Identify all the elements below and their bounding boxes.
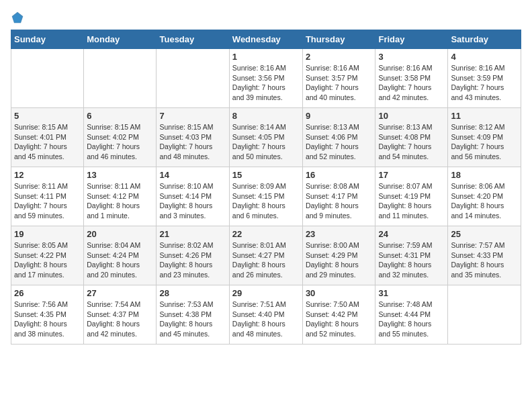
day-number: 22 bbox=[232, 229, 300, 239]
calendar-cell: 30Sunrise: 7:50 AM Sunset: 4:42 PM Dayli… bbox=[302, 285, 375, 345]
day-number: 16 bbox=[306, 170, 373, 180]
logo-icon bbox=[11, 11, 24, 24]
week-row-1: 1Sunrise: 8:16 AM Sunset: 3:56 PM Daylig… bbox=[11, 49, 521, 108]
day-info: Sunrise: 8:16 AM Sunset: 3:56 PM Dayligh… bbox=[232, 63, 300, 103]
week-row-4: 19Sunrise: 8:05 AM Sunset: 4:22 PM Dayli… bbox=[11, 226, 521, 285]
day-info: Sunrise: 8:15 AM Sunset: 4:02 PM Dayligh… bbox=[87, 122, 153, 162]
day-info: Sunrise: 7:56 AM Sunset: 4:35 PM Dayligh… bbox=[14, 300, 81, 339]
calendar-cell: 8Sunrise: 8:14 AM Sunset: 4:05 PM Daylig… bbox=[229, 108, 302, 167]
weekday-header-wednesday: Wednesday bbox=[229, 30, 302, 49]
day-number: 1 bbox=[232, 52, 300, 62]
day-number: 12 bbox=[14, 170, 81, 180]
day-info: Sunrise: 8:00 AM Sunset: 4:29 PM Dayligh… bbox=[306, 240, 373, 280]
day-info: Sunrise: 8:11 AM Sunset: 4:11 PM Dayligh… bbox=[14, 181, 81, 221]
day-number: 14 bbox=[159, 170, 226, 180]
weekday-header-saturday: Saturday bbox=[448, 30, 521, 49]
day-number: 17 bbox=[378, 170, 445, 180]
calendar-cell: 13Sunrise: 8:11 AM Sunset: 4:12 PM Dayli… bbox=[84, 167, 157, 226]
day-number: 4 bbox=[451, 52, 518, 62]
weekday-header-row: SundayMondayTuesdayWednesdayThursdayFrid… bbox=[11, 30, 521, 49]
calendar-cell: 12Sunrise: 8:11 AM Sunset: 4:11 PM Dayli… bbox=[11, 167, 84, 226]
day-info: Sunrise: 8:13 AM Sunset: 4:08 PM Dayligh… bbox=[378, 122, 445, 162]
calendar-cell: 1Sunrise: 8:16 AM Sunset: 3:56 PM Daylig… bbox=[229, 49, 302, 108]
day-number: 28 bbox=[159, 288, 226, 298]
day-number: 2 bbox=[306, 52, 373, 62]
day-number: 8 bbox=[232, 111, 300, 121]
day-info: Sunrise: 8:13 AM Sunset: 4:06 PM Dayligh… bbox=[306, 122, 373, 162]
calendar-cell: 2Sunrise: 8:16 AM Sunset: 3:57 PM Daylig… bbox=[302, 49, 375, 108]
day-number: 24 bbox=[378, 229, 445, 239]
day-info: Sunrise: 8:16 AM Sunset: 3:57 PM Dayligh… bbox=[306, 63, 373, 103]
calendar-cell bbox=[11, 49, 84, 108]
day-number: 6 bbox=[87, 111, 153, 121]
weekday-header-tuesday: Tuesday bbox=[157, 30, 229, 49]
day-number: 11 bbox=[451, 111, 518, 121]
day-number: 31 bbox=[378, 288, 445, 298]
day-info: Sunrise: 7:54 AM Sunset: 4:37 PM Dayligh… bbox=[87, 300, 153, 339]
day-number: 19 bbox=[14, 229, 81, 239]
day-info: Sunrise: 8:15 AM Sunset: 4:03 PM Dayligh… bbox=[159, 122, 226, 162]
day-info: Sunrise: 8:04 AM Sunset: 4:24 PM Dayligh… bbox=[87, 240, 153, 280]
day-info: Sunrise: 8:01 AM Sunset: 4:27 PM Dayligh… bbox=[232, 240, 300, 280]
day-number: 9 bbox=[306, 111, 373, 121]
day-info: Sunrise: 8:12 AM Sunset: 4:09 PM Dayligh… bbox=[451, 122, 518, 162]
day-info: Sunrise: 7:51 AM Sunset: 4:40 PM Dayligh… bbox=[232, 300, 300, 339]
calendar-cell: 16Sunrise: 8:08 AM Sunset: 4:17 PM Dayli… bbox=[302, 167, 375, 226]
calendar-cell: 25Sunrise: 7:57 AM Sunset: 4:33 PM Dayli… bbox=[448, 226, 521, 285]
calendar-cell: 22Sunrise: 8:01 AM Sunset: 4:27 PM Dayli… bbox=[229, 226, 302, 285]
calendar-cell: 7Sunrise: 8:15 AM Sunset: 4:03 PM Daylig… bbox=[157, 108, 229, 167]
day-number: 26 bbox=[14, 288, 81, 298]
week-row-5: 26Sunrise: 7:56 AM Sunset: 4:35 PM Dayli… bbox=[11, 285, 521, 345]
calendar-cell: 9Sunrise: 8:13 AM Sunset: 4:06 PM Daylig… bbox=[302, 108, 375, 167]
calendar-cell: 19Sunrise: 8:05 AM Sunset: 4:22 PM Dayli… bbox=[11, 226, 84, 285]
day-number: 20 bbox=[87, 229, 153, 239]
calendar-cell: 20Sunrise: 8:04 AM Sunset: 4:24 PM Dayli… bbox=[84, 226, 157, 285]
calendar-cell: 18Sunrise: 8:06 AM Sunset: 4:20 PM Dayli… bbox=[448, 167, 521, 226]
day-number: 30 bbox=[306, 288, 373, 298]
day-number: 25 bbox=[451, 229, 518, 239]
calendar-cell: 15Sunrise: 8:09 AM Sunset: 4:15 PM Dayli… bbox=[229, 167, 302, 226]
calendar-cell: 10Sunrise: 8:13 AM Sunset: 4:08 PM Dayli… bbox=[375, 108, 448, 167]
weekday-header-friday: Friday bbox=[375, 30, 448, 49]
day-info: Sunrise: 8:10 AM Sunset: 4:14 PM Dayligh… bbox=[159, 181, 226, 221]
calendar-cell: 29Sunrise: 7:51 AM Sunset: 4:40 PM Dayli… bbox=[229, 285, 302, 345]
calendar-cell: 14Sunrise: 8:10 AM Sunset: 4:14 PM Dayli… bbox=[157, 167, 229, 226]
day-info: Sunrise: 7:57 AM Sunset: 4:33 PM Dayligh… bbox=[451, 240, 518, 280]
calendar-cell: 31Sunrise: 7:48 AM Sunset: 4:44 PM Dayli… bbox=[375, 285, 448, 345]
page-header bbox=[11, 11, 521, 24]
day-info: Sunrise: 8:16 AM Sunset: 3:59 PM Dayligh… bbox=[451, 63, 518, 103]
day-number: 10 bbox=[378, 111, 445, 121]
calendar-cell: 23Sunrise: 8:00 AM Sunset: 4:29 PM Dayli… bbox=[302, 226, 375, 285]
logo bbox=[11, 11, 27, 24]
calendar-cell: 17Sunrise: 8:07 AM Sunset: 4:19 PM Dayli… bbox=[375, 167, 448, 226]
day-info: Sunrise: 7:53 AM Sunset: 4:38 PM Dayligh… bbox=[159, 300, 226, 339]
day-number: 18 bbox=[451, 170, 518, 180]
day-info: Sunrise: 8:09 AM Sunset: 4:15 PM Dayligh… bbox=[232, 181, 300, 221]
day-info: Sunrise: 8:11 AM Sunset: 4:12 PM Dayligh… bbox=[87, 181, 153, 221]
calendar-cell: 24Sunrise: 7:59 AM Sunset: 4:31 PM Dayli… bbox=[375, 226, 448, 285]
calendar-cell bbox=[84, 49, 157, 108]
calendar-cell: 6Sunrise: 8:15 AM Sunset: 4:02 PM Daylig… bbox=[84, 108, 157, 167]
calendar-cell: 28Sunrise: 7:53 AM Sunset: 4:38 PM Dayli… bbox=[157, 285, 229, 345]
day-info: Sunrise: 8:16 AM Sunset: 3:58 PM Dayligh… bbox=[378, 63, 445, 103]
weekday-header-sunday: Sunday bbox=[11, 30, 84, 49]
day-info: Sunrise: 8:08 AM Sunset: 4:17 PM Dayligh… bbox=[306, 181, 373, 221]
day-number: 5 bbox=[14, 111, 81, 121]
calendar-cell bbox=[448, 285, 521, 345]
calendar-table: SundayMondayTuesdayWednesdayThursdayFrid… bbox=[11, 30, 521, 345]
day-info: Sunrise: 8:05 AM Sunset: 4:22 PM Dayligh… bbox=[14, 240, 81, 280]
day-number: 7 bbox=[159, 111, 226, 121]
day-number: 3 bbox=[378, 52, 445, 62]
calendar-cell: 11Sunrise: 8:12 AM Sunset: 4:09 PM Dayli… bbox=[448, 108, 521, 167]
day-number: 23 bbox=[306, 229, 373, 239]
day-number: 29 bbox=[232, 288, 300, 298]
day-info: Sunrise: 7:59 AM Sunset: 4:31 PM Dayligh… bbox=[378, 240, 445, 280]
calendar-cell: 5Sunrise: 8:15 AM Sunset: 4:01 PM Daylig… bbox=[11, 108, 84, 167]
day-info: Sunrise: 8:15 AM Sunset: 4:01 PM Dayligh… bbox=[14, 122, 81, 162]
day-info: Sunrise: 8:06 AM Sunset: 4:20 PM Dayligh… bbox=[451, 181, 518, 221]
calendar-cell bbox=[157, 49, 229, 108]
day-info: Sunrise: 8:07 AM Sunset: 4:19 PM Dayligh… bbox=[378, 181, 445, 221]
calendar-cell: 21Sunrise: 8:02 AM Sunset: 4:26 PM Dayli… bbox=[157, 226, 229, 285]
day-info: Sunrise: 8:14 AM Sunset: 4:05 PM Dayligh… bbox=[232, 122, 300, 162]
weekday-header-thursday: Thursday bbox=[302, 30, 375, 49]
